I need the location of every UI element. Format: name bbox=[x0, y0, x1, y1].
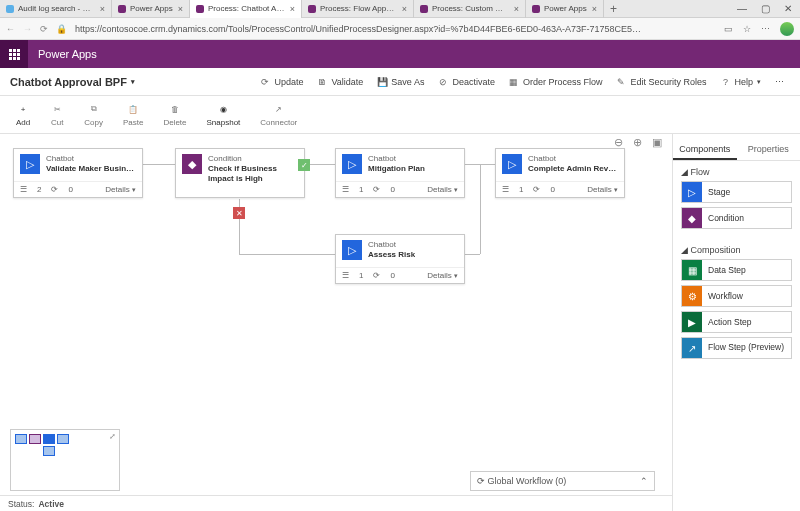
menu-icon[interactable]: ⋯ bbox=[761, 24, 770, 34]
cut-tool[interactable]: ✂Cut bbox=[42, 100, 72, 129]
delete-tool[interactable]: 🗑Delete bbox=[155, 100, 194, 129]
tab-1[interactable]: Power Apps× bbox=[112, 0, 190, 18]
tab-2[interactable]: Process: Chatbot Approval× bbox=[190, 0, 302, 18]
condition-false-icon: ✕ bbox=[233, 207, 245, 219]
waffle-button[interactable] bbox=[0, 40, 28, 68]
action-step-icon: ▶ bbox=[682, 312, 702, 332]
fit-screen-icon[interactable]: ▣ bbox=[652, 136, 662, 149]
canvas[interactable]: ⊖ ⊕ ▣ ▷ ChatbotValidate Maker Business R… bbox=[0, 134, 672, 511]
condition-true-icon: ✓ bbox=[298, 159, 310, 171]
close-icon[interactable]: × bbox=[100, 4, 105, 14]
stage-icon: ▷ bbox=[502, 154, 522, 174]
steps-icon: ☰ bbox=[342, 271, 349, 280]
validate-button[interactable]: 🗎Validate bbox=[312, 74, 370, 90]
details-toggle[interactable]: Details ▾ bbox=[427, 271, 458, 280]
back-icon[interactable]: ← bbox=[6, 24, 15, 34]
process-title[interactable]: Chatbot Approval BPF▾ bbox=[10, 76, 135, 88]
edit-security-roles-button[interactable]: ✎Edit Security Roles bbox=[610, 74, 712, 90]
snapshot-tool[interactable]: ◉Snapshot bbox=[199, 100, 249, 129]
copy-tool[interactable]: ⧉Copy bbox=[76, 100, 111, 129]
close-window-icon[interactable]: ✕ bbox=[784, 3, 792, 14]
expand-icon[interactable]: ⤢ bbox=[109, 432, 116, 441]
stage-node-assess[interactable]: ▷ ChatbotAssess Risk ☰1⟳0Details ▾ bbox=[335, 234, 465, 284]
tab-5[interactable]: Power Apps× bbox=[526, 0, 604, 18]
paste-tool[interactable]: 📋Paste bbox=[115, 100, 151, 129]
tab-3[interactable]: Process: Flow Approval BPF× bbox=[302, 0, 414, 18]
section-flow: ◢ Flow bbox=[681, 167, 792, 177]
triggers-icon: ⟳ bbox=[533, 185, 540, 194]
stage-node-mitigation[interactable]: ▷ ChatbotMitigation Plan ☰1⟳0Details ▾ bbox=[335, 148, 465, 198]
chevron-up-icon[interactable]: ⌃ bbox=[640, 476, 648, 486]
refresh-icon[interactable]: ⟳ bbox=[40, 24, 48, 34]
stage-node-validate[interactable]: ▷ ChatbotValidate Maker Business Require… bbox=[13, 148, 143, 198]
url-field[interactable]: https://contosocoe.crm.dynamics.com/Tool… bbox=[75, 24, 716, 34]
reader-icon[interactable]: ▭ bbox=[724, 24, 733, 34]
close-icon[interactable]: × bbox=[592, 4, 597, 14]
connector bbox=[465, 254, 480, 255]
stage-node-review[interactable]: ▷ ChatbotComplete Admin Review ☰1⟳0Detai… bbox=[495, 148, 625, 198]
condition-node[interactable]: ◆ ConditionCheck if Business Impact is H… bbox=[175, 148, 305, 198]
tab-4[interactable]: Process: Custom Connector× bbox=[414, 0, 526, 18]
flow-step-icon: ↗ bbox=[682, 338, 702, 358]
order-process-flow-button[interactable]: ▦Order Process Flow bbox=[503, 74, 609, 90]
app-header: Power Apps bbox=[0, 40, 800, 68]
avatar[interactable] bbox=[780, 22, 794, 36]
tab-properties[interactable]: Properties bbox=[737, 140, 801, 160]
favorite-icon[interactable]: ☆ bbox=[743, 24, 751, 34]
section-composition: ◢ Composition bbox=[681, 245, 792, 255]
component-workflow[interactable]: ⚙Workflow bbox=[681, 285, 792, 307]
minimize-icon[interactable]: — bbox=[737, 3, 747, 14]
connector-tool[interactable]: ↗Connector bbox=[252, 100, 305, 129]
triggers-icon: ⟳ bbox=[373, 185, 380, 194]
component-flow-step[interactable]: ↗Flow Step (Preview) bbox=[681, 337, 792, 359]
close-icon[interactable]: × bbox=[290, 4, 295, 14]
update-button[interactable]: ⟳Update bbox=[254, 74, 309, 90]
close-icon[interactable]: × bbox=[514, 4, 519, 14]
deactivate-button[interactable]: ⊘Deactivate bbox=[432, 74, 501, 90]
steps-icon: ☰ bbox=[502, 185, 509, 194]
close-icon[interactable]: × bbox=[178, 4, 183, 14]
main: ⊖ ⊕ ▣ ▷ ChatbotValidate Maker Business R… bbox=[0, 134, 800, 511]
workflow-icon: ⟳ bbox=[477, 476, 485, 486]
more-button[interactable]: ⋯ bbox=[769, 74, 790, 90]
lock-icon: 🔒 bbox=[56, 24, 67, 34]
tab-components[interactable]: Components bbox=[673, 140, 737, 160]
save-as-button[interactable]: 💾Save As bbox=[371, 74, 430, 90]
details-toggle[interactable]: Details ▾ bbox=[427, 185, 458, 194]
details-toggle[interactable]: Details ▾ bbox=[105, 185, 136, 194]
add-tool[interactable]: +Add bbox=[8, 100, 38, 129]
component-condition[interactable]: ◆Condition bbox=[681, 207, 792, 229]
close-icon[interactable]: × bbox=[402, 4, 407, 14]
steps-icon: ☰ bbox=[20, 185, 27, 194]
stage-icon: ▷ bbox=[342, 240, 362, 260]
tab-0[interactable]: Audit log search - Security× bbox=[0, 0, 112, 18]
app-title: Power Apps bbox=[28, 48, 97, 60]
side-panel: Components Properties ◢ Flow ▷Stage ◆Con… bbox=[672, 134, 800, 511]
stage-icon: ▷ bbox=[20, 154, 40, 174]
condition-icon: ◆ bbox=[182, 154, 202, 174]
stage-icon: ▷ bbox=[682, 182, 702, 202]
component-action-step[interactable]: ▶Action Step bbox=[681, 311, 792, 333]
minimap[interactable]: ⤢ bbox=[10, 429, 120, 491]
workflow-icon: ⚙ bbox=[682, 286, 702, 306]
stage-icon: ▷ bbox=[342, 154, 362, 174]
triggers-icon: ⟳ bbox=[373, 271, 380, 280]
status-bar: Status:Active bbox=[0, 495, 672, 511]
details-toggle[interactable]: Details ▾ bbox=[587, 185, 618, 194]
command-bar: Chatbot Approval BPF▾ ⟳Update 🗎Validate … bbox=[0, 68, 800, 96]
global-workflow-bar[interactable]: ⟳ Global Workflow (0) ⌃ bbox=[470, 471, 655, 491]
toolbar: +Add ✂Cut ⧉Copy 📋Paste 🗑Delete ◉Snapshot… bbox=[0, 96, 800, 134]
help-button[interactable]: ?Help▾ bbox=[714, 74, 767, 90]
forward-icon[interactable]: → bbox=[23, 24, 32, 34]
connector bbox=[239, 254, 335, 255]
component-data-step[interactable]: ▦Data Step bbox=[681, 259, 792, 281]
address-bar: ← → ⟳ 🔒 https://contosocoe.crm.dynamics.… bbox=[0, 18, 800, 40]
zoom-in-icon[interactable]: ⊕ bbox=[633, 136, 642, 149]
condition-icon: ◆ bbox=[682, 208, 702, 228]
new-tab-button[interactable]: + bbox=[604, 2, 623, 16]
connector bbox=[143, 164, 175, 165]
data-step-icon: ▦ bbox=[682, 260, 702, 280]
component-stage[interactable]: ▷Stage bbox=[681, 181, 792, 203]
steps-icon: ☰ bbox=[342, 185, 349, 194]
maximize-icon[interactable]: ▢ bbox=[761, 3, 770, 14]
